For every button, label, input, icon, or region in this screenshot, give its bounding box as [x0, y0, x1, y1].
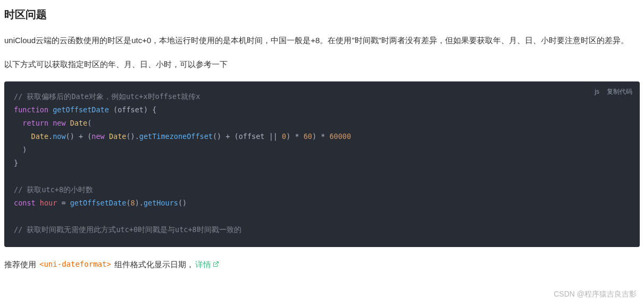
code-block: js 复制代码 // 获取偏移后的Date对象，例如utc+x时offset就传…: [4, 81, 640, 247]
footer-middle: 组件格式化显示日期，: [114, 258, 194, 272]
section-heading: 时区问题: [4, 5, 640, 23]
code-comment: // 获取时间戳无需使用此方式utc+0时间戳是与utc+8时间戳一致的: [14, 225, 241, 234]
code-token: getHours: [144, 199, 178, 207]
code-token: () + (: [213, 132, 239, 141]
code-token: 60000: [329, 132, 351, 141]
code-token: .: [48, 132, 53, 141]
code-token: ().: [126, 132, 139, 141]
details-link-text: 详情: [195, 258, 211, 272]
code-token: (: [126, 199, 130, 207]
code-token: ) *: [286, 132, 304, 141]
paragraph-1: uniCloud云端的云函数使用的时区是utc+0，本地运行时使用的是本机时间，…: [4, 33, 640, 48]
code-token: 60: [304, 132, 312, 141]
code-token: offset: [118, 105, 144, 114]
footer-paragraph: 推荐使用 <uni-dateformat> 组件格式化显示日期， 详情: [4, 258, 640, 272]
code-token: ).: [135, 199, 144, 207]
code-comment: // 获取偏移后的Date对象，例如utc+x时offset就传x: [14, 92, 200, 101]
code-token: 8: [131, 199, 135, 207]
code-token: ) *: [312, 132, 330, 141]
code-content: // 获取偏移后的Date对象，例如utc+x时offset就传x functi…: [14, 90, 630, 236]
code-token: Date: [70, 119, 88, 127]
code-token: ||: [265, 132, 282, 141]
code-token: (: [113, 105, 118, 114]
code-header: js 复制代码: [595, 86, 632, 97]
paragraph-2: 以下方式可以获取指定时区的年、月、日、小时，可以参考一下: [4, 57, 640, 72]
code-token: new: [91, 132, 104, 141]
code-token: return: [22, 119, 48, 127]
code-token: getTimezoneOffset: [139, 132, 213, 141]
code-token: Date: [31, 132, 49, 141]
code-comment: // 获取utc+8的小时数: [14, 185, 93, 194]
code-token: 0: [282, 132, 286, 141]
code-token: hour: [40, 199, 57, 207]
code-token: getOffsetDate: [53, 105, 109, 114]
code-token: ): [22, 145, 27, 154]
code-token: function: [14, 105, 48, 114]
code-token: ) {: [144, 105, 156, 114]
code-token: offset: [239, 132, 265, 141]
code-token: getOffsetDate: [70, 199, 127, 207]
code-token: now: [53, 132, 65, 141]
footer-prefix: 推荐使用: [4, 258, 36, 272]
svg-line-0: [215, 262, 219, 265]
code-token: () + (: [66, 132, 92, 141]
inline-code: <uni-dateformat>: [37, 258, 113, 271]
code-token: (): [178, 199, 187, 207]
code-lang-label: js: [595, 86, 599, 97]
details-link[interactable]: 详情: [195, 258, 219, 272]
external-link-icon: [213, 261, 219, 267]
copy-code-button[interactable]: 复制代码: [607, 86, 632, 97]
code-token: Date: [109, 132, 127, 141]
code-token: new: [53, 119, 65, 127]
code-token: }: [14, 159, 18, 167]
code-token: (: [87, 119, 91, 127]
code-token: const: [14, 199, 36, 207]
code-token: =: [61, 199, 65, 207]
